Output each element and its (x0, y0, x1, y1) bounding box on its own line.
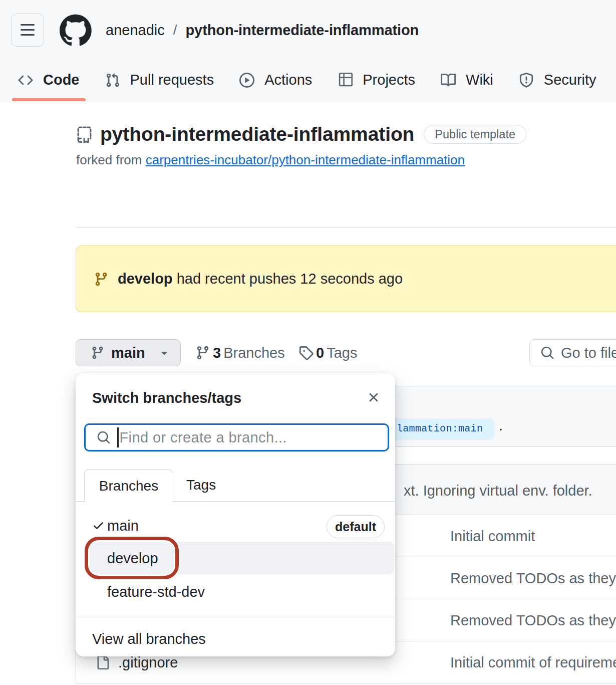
tag-icon (298, 345, 314, 360)
current-branch-label: main (111, 345, 145, 361)
git-branch-icon (91, 346, 105, 360)
hamburger-menu-button[interactable] (11, 14, 44, 47)
file-icon (96, 655, 110, 669)
tab-wiki[interactable]: Wiki (435, 58, 499, 102)
tab-tags[interactable]: Tags (186, 469, 216, 501)
latest-commit-message[interactable]: xt. Ignoring virtual env. folder. (404, 483, 592, 499)
code-icon (18, 73, 33, 88)
header-divider (76, 227, 616, 228)
tab-projects[interactable]: Projects (332, 58, 421, 102)
branch-item-develop[interactable]: develop (85, 542, 394, 574)
dialog-header: Switch branches/tags (92, 390, 381, 405)
play-icon (239, 73, 254, 88)
branch-item-feature-std-dev[interactable]: feature-std-dev (85, 575, 394, 608)
breadcrumb: anenadic / python-intermediate-inflammat… (106, 0, 419, 60)
tab-security-label: Security (544, 72, 596, 88)
tab-branches[interactable]: Branches (84, 469, 173, 502)
dialog-title: Switch branches/tags (92, 390, 241, 406)
branches-count-label: Branches (223, 345, 285, 361)
row-commit-message[interactable]: Removed TODOs as they (450, 599, 616, 641)
close-icon[interactable] (366, 390, 381, 405)
shield-icon (519, 73, 534, 88)
default-badge: default (327, 515, 385, 538)
tab-pull-requests[interactable]: Pull requests (99, 58, 220, 102)
upstream-branch-text: lammation:main (397, 423, 483, 434)
text-cursor (117, 427, 119, 447)
branch-menu-tabs: Branches Tags (76, 469, 395, 502)
fork-attribution: forked from carpentries-incubator/python… (76, 152, 465, 168)
branch-item-main[interactable]: main default (85, 509, 394, 542)
chevron-down-icon (158, 347, 170, 359)
breadcrumb-separator: / (173, 22, 177, 38)
code-toolbar: main 3 Branches 0 Tags Go to file (0, 339, 616, 366)
search-icon (540, 346, 554, 360)
book-icon (441, 73, 456, 88)
three-bars-icon (20, 22, 36, 38)
branch-name: develop (107, 550, 158, 566)
branch-search-input[interactable]: Find or create a branch... (84, 423, 389, 451)
branches-count: 3 (213, 345, 221, 361)
tab-actions-label: Actions (264, 72, 312, 88)
tab-actions[interactable]: Actions (233, 58, 318, 102)
tab-code[interactable]: Code (12, 58, 86, 102)
file-name-link[interactable]: .gitignore (118, 654, 178, 671)
branch-switcher-dialog: Switch branches/tags Find or create a br… (76, 373, 395, 656)
sync-banner-period: . (499, 417, 503, 434)
recent-push-banner: develop had recent pushes 12 seconds ago (76, 246, 616, 312)
github-repo-page: anenadic / python-intermediate-inflammat… (0, 0, 616, 685)
git-branch-icon (94, 272, 109, 287)
tags-count-label: Tags (327, 345, 357, 361)
branch-search-placeholder: Find or create a branch... (120, 429, 287, 446)
tags-count: 0 (316, 345, 324, 361)
tags-count-link[interactable]: 0 Tags (298, 339, 357, 366)
fork-prefix: forked from (76, 152, 142, 167)
row-commit-message[interactable]: Initial commit (450, 515, 535, 557)
search-icon (97, 430, 111, 444)
tab-wiki-label: Wiki (466, 72, 493, 88)
branch-name: main (107, 517, 139, 534)
go-to-file-placeholder: Go to file (561, 345, 616, 361)
branches-count-link[interactable]: 3 Branches (195, 339, 285, 366)
recent-push-message: develop had recent pushes 12 seconds ago (118, 271, 403, 287)
selected-tab-underline (12, 98, 86, 101)
branch-selector-button[interactable]: main (76, 339, 181, 366)
visibility-badge: Public template (424, 125, 526, 144)
site-header: anenadic / python-intermediate-inflammat… (0, 0, 616, 102)
recent-push-branch: develop (118, 271, 173, 287)
branch-name: feature-std-dev (107, 583, 205, 600)
check-icon (92, 519, 105, 532)
view-all-branches-link[interactable]: View all branches (92, 631, 206, 647)
breadcrumb-repo-link[interactable]: python-intermediate-inflammation (186, 22, 419, 39)
tab-projects-label: Projects (363, 72, 415, 88)
repo-nav: Code Pull requests Actions Projects (12, 58, 602, 102)
repo-template-icon (76, 126, 93, 143)
fork-source-link[interactable]: carpentries-incubator/python-intermediat… (146, 152, 465, 167)
git-pull-request-icon (105, 73, 120, 88)
row-commit-message[interactable]: Initial commit of requirements (450, 641, 616, 683)
breadcrumb-owner-link[interactable]: anenadic (106, 22, 165, 39)
tab-code-label: Code (43, 72, 80, 88)
page-title: python-intermediate-inflammation (100, 123, 414, 145)
git-branch-icon (195, 345, 210, 360)
tab-pull-requests-label: Pull requests (130, 72, 214, 88)
table-icon (338, 73, 353, 88)
github-logo-icon[interactable] (60, 14, 92, 46)
go-to-file-input[interactable]: Go to file (529, 339, 616, 366)
row-commit-message[interactable]: Removed TODOs as they (450, 557, 616, 599)
menu-divider (76, 617, 395, 617)
tab-security[interactable]: Security (513, 58, 602, 102)
repo-title-row: python-intermediate-inflammation Public … (76, 122, 526, 146)
